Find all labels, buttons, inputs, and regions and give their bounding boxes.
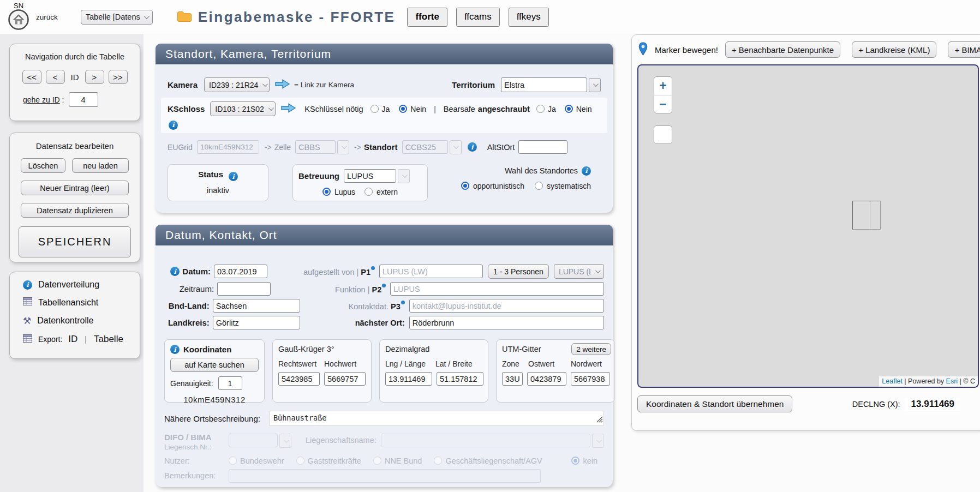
betreuung-input[interactable] [344,169,396,183]
genauigkeit-input[interactable] [218,376,242,390]
map-canvas[interactable]: + − Leaflet | Powered by Esri | © C [637,64,979,388]
info-icon: i [23,280,32,290]
ostwert-input[interactable] [527,372,566,386]
kschluessel-ja-label: Ja [382,105,390,113]
zoom-out-button[interactable]: − [654,95,672,113]
p1-input[interactable] [379,265,483,278]
goto-id-input[interactable] [69,92,98,107]
datum-input[interactable] [214,265,267,278]
info-icon[interactable]: i [582,166,591,176]
export-row: Export: ID | Tabelle [23,334,140,345]
table-view-link[interactable]: Tabellenansicht [23,297,140,308]
next-record-button[interactable]: > [85,70,104,84]
ort-input[interactable] [409,316,604,329]
bearsafe-nein-label: Nein [576,105,592,113]
back-link[interactable]: zurück [36,13,58,21]
reload-button[interactable]: neu laden [72,158,129,173]
data-distribution-link[interactable]: i Datenverteilung [23,280,140,290]
goto-id-colon: : [60,95,64,104]
info-icon[interactable]: i [170,267,180,276]
delete-button[interactable]: Löschen [21,158,65,173]
rechtswert-input[interactable] [278,372,320,386]
territorium-input[interactable] [501,77,587,92]
betreuung-lupus-radio[interactable] [322,188,331,196]
more-coords-button[interactable]: 2 weitere [571,343,611,355]
app-button-ffkeys[interactable]: ffkeys [509,8,549,27]
kschloss-select[interactable]: ID103 : 21S02 [210,101,276,116]
nordwert-input[interactable] [571,372,610,386]
bima-kml-button[interactable]: + BIMA (KML) [948,41,980,58]
link-arrow-icon[interactable] [274,79,290,91]
status-box: Status i inaktiv [168,164,268,201]
zoom-in-button[interactable]: + [654,77,672,95]
map-panel: Marker bewegen! + Benachbarte Datenpunkt… [631,34,980,431]
new-entry-button[interactable]: Neuer Eintrag (leer) [21,181,129,195]
zeitraum-input[interactable] [217,282,271,296]
export-table-link[interactable]: Tabelle [94,334,123,345]
altstort-input[interactable] [518,140,567,154]
bearsafe-ja-radio[interactable] [536,105,545,113]
table-select[interactable]: Tabelle [Datens [81,10,153,25]
dg-col1-label: Lng / Länge [385,359,435,368]
leaflet-link[interactable]: Leaflet [882,377,903,385]
liegensch-nr-label: Liegensch.Nr.: [164,443,229,452]
altstort-label: AltStOrt [487,143,515,152]
building-footprint [852,201,881,230]
export-id-link[interactable]: ID [68,334,77,345]
kschluessel-ja-radio[interactable] [371,105,379,113]
info-icon[interactable]: i [170,345,180,354]
goto-id-link[interactable]: gehe zu ID [23,95,60,104]
p1-select[interactable]: LUPUS (LW [554,264,604,279]
duplicate-record-button[interactable]: Datensatz duplizieren [21,203,129,218]
resize-handle-icon[interactable] [596,416,603,424]
wahl-systematisch-radio[interactable] [535,182,543,190]
apply-coordinates-button[interactable]: Koordinaten & Standort übernehmen [637,395,792,412]
first-record-button[interactable]: << [22,70,41,84]
app-button-fforte[interactable]: fforte [407,8,447,27]
bndland-input[interactable] [213,299,300,313]
betreuung-extern-radio[interactable] [364,188,373,196]
kschluessel-nein-radio[interactable] [399,105,407,113]
esri-link[interactable]: Esri [946,377,958,385]
kschluessel-label: KSchlüssel nötig [304,105,363,113]
info-icon[interactable]: i [229,172,238,181]
kamera-label: Kamera [168,80,198,89]
ortsbeschreibung-textarea[interactable]: Bühnaustraße [269,411,604,426]
data-control-link[interactable]: ⚒ Datenkontrolle [23,315,140,326]
ort-label: nächster Ort: [355,319,405,327]
territorium-dropdown-button[interactable] [589,78,601,92]
p3-input[interactable] [409,299,604,313]
info-icon[interactable]: i [468,142,477,152]
wahl-label: Wahl des Standortes [505,166,578,175]
navigation-panel: Navigation durch die Tabelle << < ID > >… [9,44,140,121]
app-button-ffcams[interactable]: ffcams [456,8,500,27]
personen-button[interactable]: 1 - 3 Personen [488,264,549,279]
ortsbeschreibung-label: Nähere Ortsbeschreibung: [164,414,260,423]
map-search-button[interactable]: auf Karte suchen [170,358,259,372]
info-icon[interactable]: i [169,121,178,130]
landkreis-input[interactable] [213,316,300,329]
landkreise-kml-button[interactable]: + Landkreise (KML) [852,41,936,58]
p3-label: P3 [391,302,401,311]
last-record-button[interactable]: >> [109,70,128,84]
home-button[interactable]: SN [7,2,31,32]
zone-input[interactable] [502,372,523,386]
neighbors-button[interactable]: + Benachbarte Datenpunkte [725,41,840,58]
p2-input[interactable] [390,282,604,296]
eugrid-label: EUGrid [168,143,193,152]
lat-input[interactable] [437,372,483,386]
lng-input[interactable] [385,372,432,386]
chevron-down-icon [595,268,601,273]
bearsafe-nein-radio[interactable] [565,105,573,113]
save-button[interactable]: SPEICHERN [19,226,131,257]
link-arrow-icon[interactable] [280,103,296,115]
gk-col2-label: Hochwert [324,359,356,368]
kamera-select[interactable]: ID239 : 21R24 [204,77,270,92]
wahl-opportunistisch-radio[interactable] [461,182,469,190]
prev-record-button[interactable]: < [46,70,65,84]
chevron-down-icon [283,437,289,443]
map-layer-button[interactable] [654,125,672,144]
hochwert-input[interactable] [324,372,366,386]
chevron-down-icon [402,172,407,178]
bearsafe-label: Bearsafe [444,105,475,113]
